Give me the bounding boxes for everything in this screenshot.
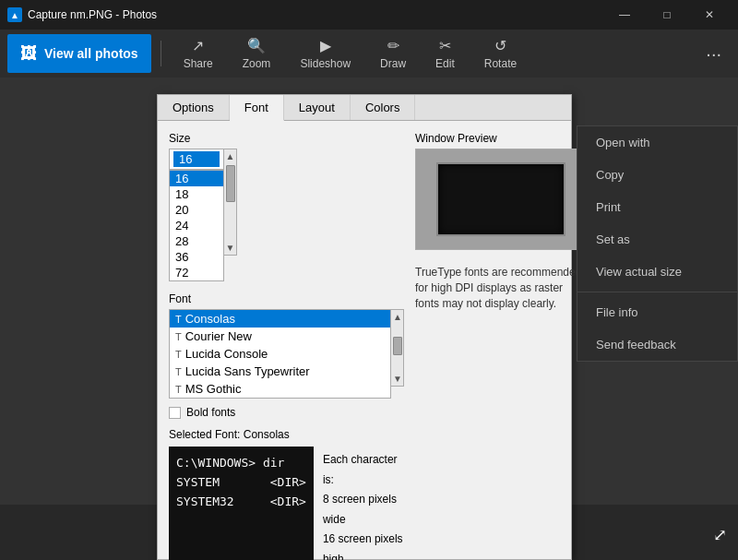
size-item-28[interactable]: 28 (170, 233, 223, 249)
dialog-tabs: Options Font Layout Colors (158, 95, 571, 121)
view-all-button[interactable]: 🖼 View all photos (7, 34, 151, 73)
size-scrollbar[interactable]: ▲ ▼ (224, 149, 237, 256)
context-menu-set-as[interactable]: Set as (577, 223, 737, 256)
context-menu-send-feedback[interactable]: Send feedback (577, 328, 737, 361)
truetype-note: TrueType fonts are recommended for high … (415, 265, 586, 311)
font-item-ms-gothic[interactable]: T MS Gothic (170, 380, 390, 398)
preview-line-3: SYSTEM32 <DIR> (176, 493, 306, 512)
context-menu-open-with[interactable]: Open with (577, 126, 737, 159)
draw-icon: ✏ (387, 37, 399, 54)
size-item-72[interactable]: 72 (170, 265, 223, 280)
context-menu-separator (577, 292, 737, 292)
draw-label: Draw (380, 57, 406, 70)
titlebar: ▲ Capture nm.PNG - Photos — □ ✕ (0, 0, 738, 30)
scroll-thumb[interactable] (226, 165, 235, 202)
zoom-icon: 🔍 (247, 37, 266, 54)
truetype-icon-4: T (175, 366, 182, 377)
truetype-icon-3: T (175, 349, 182, 360)
edit-icon: ✂ (439, 37, 451, 54)
size-item-16[interactable]: 16 (170, 171, 223, 186)
window-controls: — □ ✕ (603, 0, 731, 30)
font-preview-box: C:\WINDOWS> dir SYSTEM <DIR> SYSTEM32 <D… (169, 447, 314, 560)
draw-button[interactable]: ✏ Draw (367, 32, 419, 75)
size-item-18[interactable]: 18 (170, 186, 223, 202)
font-item-consolas[interactable]: T Consolas (170, 310, 390, 328)
size-item-24[interactable]: 24 (170, 218, 223, 233)
selected-font-label: Selected Font: Consolas (169, 428, 404, 441)
scroll-up-arrow[interactable]: ▲ (224, 149, 237, 163)
truetype-icon-2: T (175, 331, 182, 342)
font-info-line-1: Each character is: (323, 450, 404, 490)
tab-font[interactable]: Font (230, 95, 284, 121)
tab-colors[interactable]: Colors (351, 95, 416, 120)
font-item-lucida-sans[interactable]: T Lucida Sans Typewriter (170, 363, 390, 380)
app-icon: ▲ (7, 7, 22, 22)
size-list[interactable]: 16 18 20 24 28 36 72 (169, 170, 224, 281)
main-toolbar: 🖼 View all photos ↗ Share 🔍 Zoom ▶ Slide… (0, 30, 738, 77)
font-scroll-down[interactable]: ▼ (391, 372, 403, 386)
context-menu-view-actual-size[interactable]: View actual size (577, 256, 737, 288)
view-all-label: View all photos (44, 46, 138, 61)
slideshow-label: Slideshow (300, 57, 351, 70)
window-preview-label: Window Preview (415, 132, 586, 145)
zoom-label: Zoom (243, 57, 271, 70)
expand-icon: ⤢ (713, 526, 727, 544)
font-item-courier-new[interactable]: T Courier New (170, 328, 390, 345)
window-preview-box (415, 149, 586, 250)
size-item-36[interactable]: 36 (170, 249, 223, 265)
close-button[interactable]: ✕ (688, 0, 731, 30)
bold-fonts-checkbox-row[interactable]: Bold fonts (169, 406, 404, 419)
tab-layout[interactable]: Layout (284, 95, 351, 120)
context-menu-print[interactable]: Print (577, 191, 737, 223)
slideshow-button[interactable]: ▶ Slideshow (287, 32, 363, 75)
window-title: Capture nm.PNG - Photos (28, 8, 157, 21)
size-label: Size (169, 132, 404, 145)
font-label: Font (169, 292, 404, 305)
minimize-button[interactable]: — (603, 0, 646, 30)
rotate-button[interactable]: ↺ Rotate (471, 32, 530, 75)
more-button[interactable]: ··· (696, 40, 731, 68)
font-info-line-3: 16 screen pixels high (323, 530, 404, 560)
tab-options[interactable]: Options (158, 95, 230, 120)
font-info: Each character is: 8 screen pixels wide … (323, 447, 404, 560)
context-menu-copy[interactable]: Copy (577, 159, 737, 191)
preview-line-2: SYSTEM <DIR> (176, 473, 306, 493)
rotate-icon: ↺ (494, 37, 506, 54)
share-icon: ↗ (192, 37, 204, 54)
font-info-line-2: 8 screen pixels wide (323, 490, 404, 530)
font-scroll-up[interactable]: ▲ (391, 310, 403, 324)
main-area: Options Font Layout Colors Size 16 (0, 77, 738, 560)
bold-label: Bold fonts (186, 406, 235, 419)
scroll-down-arrow[interactable]: ▼ (224, 241, 237, 255)
truetype-icon: T (175, 314, 182, 325)
edit-button[interactable]: ✂ Edit (423, 32, 468, 75)
font-scroll-thumb[interactable] (393, 337, 402, 355)
zoom-button[interactable]: 🔍 Zoom (230, 32, 284, 75)
toolbar-separator (161, 41, 161, 66)
preview-inner-box (436, 162, 565, 236)
slideshow-icon: ▶ (320, 37, 331, 54)
share-button[interactable]: ↗ Share (171, 32, 226, 75)
context-menu-file-info[interactable]: File info (577, 296, 737, 328)
font-item-lucida-console[interactable]: T Lucida Console (170, 345, 390, 363)
maximize-button[interactable]: □ (646, 0, 688, 30)
share-label: Share (184, 57, 213, 70)
font-dialog: Options Font Layout Colors Size 16 (157, 94, 572, 560)
photos-icon: 🖼 (20, 44, 37, 64)
size-item-20[interactable]: 20 (170, 202, 223, 218)
truetype-icon-5: T (175, 384, 182, 395)
size-input[interactable]: 16 (169, 149, 224, 170)
font-scrollbar[interactable]: ▲ ▼ (391, 309, 404, 387)
edit-label: Edit (435, 57, 455, 70)
context-menu: Open with Copy Print Set as View actual … (577, 125, 738, 362)
size-selected-value: 16 (173, 151, 220, 167)
bold-checkbox[interactable] (169, 407, 181, 419)
expand-button[interactable]: ⤢ (713, 525, 727, 545)
font-list[interactable]: T Consolas T Courier New T Lucida Consol… (169, 309, 391, 399)
preview-line-1: C:\WINDOWS> dir (176, 454, 306, 473)
rotate-label: Rotate (484, 57, 517, 70)
font-preview-area: C:\WINDOWS> dir SYSTEM <DIR> SYSTEM32 <D… (169, 447, 404, 560)
